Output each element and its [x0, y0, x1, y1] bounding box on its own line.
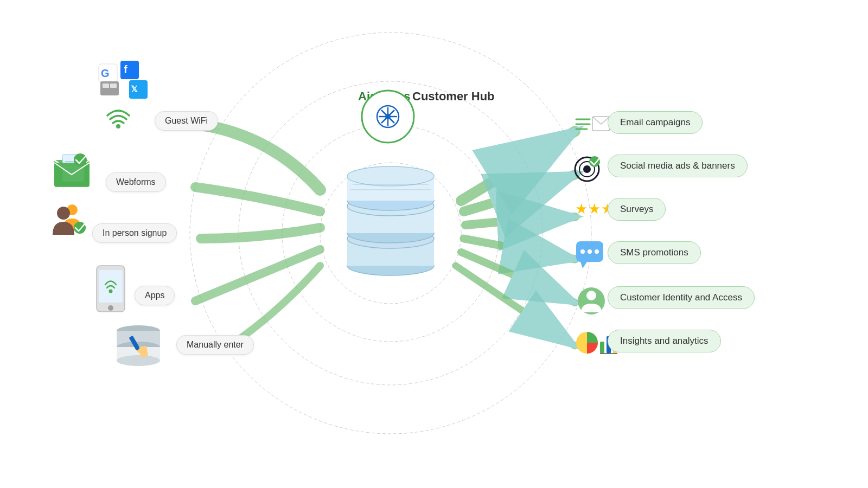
svg-point-5: [190, 33, 591, 434]
svg-point-62: [575, 157, 599, 181]
svg-line-12: [381, 110, 394, 123]
output-label-email-campaigns: Email campaigns: [608, 111, 703, 134]
svg-point-52: [117, 342, 160, 352]
svg-point-63: [579, 162, 595, 177]
svg-marker-56: [137, 349, 143, 356]
input-label-in-person-signup: In person signup: [92, 223, 177, 243]
output-label-sms-promotions: SMS promotions: [608, 241, 701, 264]
svg-rect-41: [54, 163, 90, 187]
svg-rect-69: [576, 241, 603, 262]
svg-point-64: [583, 165, 591, 173]
output-label-surveys: Surveys: [608, 198, 666, 221]
input-label-guest-wifi: Guest WiFi: [155, 111, 218, 131]
diagram-container: Aislelabs Customer Hub G f: [0, 0, 868, 488]
svg-point-50: [117, 325, 160, 336]
svg-point-73: [595, 249, 599, 254]
svg-point-20: [347, 196, 434, 216]
svg-rect-46: [97, 266, 125, 312]
svg-point-48: [108, 305, 113, 311]
svg-point-4: [239, 81, 542, 385]
svg-point-65: [589, 156, 600, 167]
svg-text:★: ★: [588, 201, 601, 217]
svg-rect-34: [110, 84, 117, 88]
svg-rect-51: [117, 331, 160, 347]
svg-rect-36: [54, 160, 90, 186]
svg-point-23: [347, 166, 434, 186]
svg-rect-53: [117, 347, 160, 361]
svg-point-43: [67, 204, 78, 215]
svg-point-42: [74, 153, 87, 166]
svg-point-21: [347, 191, 434, 210]
svg-point-8: [362, 91, 414, 143]
svg-point-49: [109, 290, 113, 293]
svg-rect-55: [129, 336, 141, 351]
input-label-manually-enter: Manually enter: [176, 335, 254, 355]
svg-point-45: [74, 222, 86, 234]
svg-point-18: [347, 223, 434, 243]
svg-point-72: [588, 249, 592, 254]
svg-text:G: G: [101, 67, 110, 79]
svg-point-76: [576, 332, 598, 354]
svg-point-14: [385, 114, 391, 119]
svg-rect-26: [99, 64, 117, 82]
svg-rect-57: [139, 345, 148, 357]
svg-point-3: [282, 125, 499, 342]
svg-point-44: [57, 207, 70, 220]
svg-point-15: [347, 256, 434, 275]
svg-rect-47: [99, 270, 123, 303]
svg-rect-37: [62, 155, 84, 182]
svg-point-35: [116, 124, 120, 129]
svg-rect-32: [100, 81, 119, 95]
svg-marker-70: [580, 262, 587, 268]
output-label-social-media-ads: Social media ads & banners: [608, 155, 748, 177]
svg-rect-77: [600, 342, 604, 354]
input-label-webforms: Webforms: [106, 172, 166, 192]
svg-text:★: ★: [575, 201, 588, 217]
svg-text:f: f: [124, 63, 127, 75]
svg-point-9: [377, 106, 399, 127]
svg-point-17: [347, 229, 434, 248]
svg-point-54: [117, 355, 160, 366]
svg-point-74: [578, 287, 605, 314]
svg-point-2: [320, 163, 461, 304]
svg-rect-30: [129, 80, 148, 99]
input-label-apps: Apps: [135, 286, 175, 305]
svg-point-71: [580, 249, 585, 254]
output-label-insights-analytics: Insights and analytics: [608, 330, 721, 352]
svg-rect-19: [347, 206, 434, 233]
svg-line-13: [381, 110, 394, 123]
svg-rect-28: [120, 61, 139, 79]
svg-point-75: [586, 291, 596, 300]
svg-rect-33: [103, 84, 109, 88]
svg-text:Aislelabs: Aislelabs: [358, 89, 411, 103]
svg-rect-22: [347, 176, 434, 201]
output-label-customer-identity: Customer Identity and Access: [608, 286, 755, 309]
svg-rect-16: [347, 239, 434, 266]
svg-text:𝕏: 𝕏: [131, 85, 138, 94]
svg-text:Customer Hub: Customer Hub: [412, 89, 495, 103]
